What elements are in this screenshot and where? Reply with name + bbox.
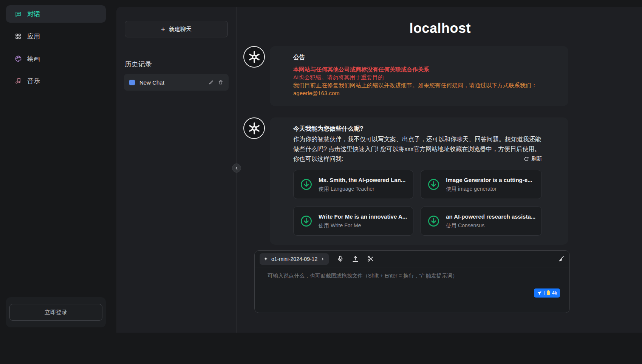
chat-color-icon [129, 80, 135, 85]
microphone-button[interactable] [337, 255, 344, 262]
refresh-icon [524, 156, 529, 162]
suggestion-subtitle: 使用 Consensus [446, 222, 535, 229]
workspace-panel: + 新建聊天 历史记录 New Chat [116, 7, 642, 333]
ask-label: 你也可以这样问我: [293, 154, 343, 164]
refresh-suggestions-button[interactable]: 刷新 [524, 156, 542, 162]
announcement-line: 我们目前正在修复我们网站上的错误并改进细节。如果您有任何疑问，请通过以下方式联系… [293, 81, 542, 89]
clear-context-button[interactable] [557, 255, 565, 262]
delete-chat-button[interactable] [218, 80, 223, 85]
trash-icon [218, 80, 223, 85]
avatar [243, 46, 265, 68]
download-circle-icon [427, 178, 440, 191]
assistant-message: 公告 本网站与任何其他公司或商标没有任何关联或合作关系 AI也会犯错。请勿将其用… [243, 46, 568, 106]
avatar [243, 117, 265, 139]
ask-row: 你也可以这样问我: 刷新 [293, 154, 542, 164]
sparkle-icon [263, 256, 268, 261]
chat-title: localhost [237, 20, 642, 36]
token-battery-icon [547, 291, 550, 295]
welcome-bubble: 今天我能为您做些什么呢? 作为你的智慧伙伴，我不仅可以写文案、出点子，还可以和你… [270, 117, 568, 245]
pencil-icon [209, 80, 214, 85]
music-note-icon [14, 77, 22, 84]
history-title: 历史记录 [125, 60, 228, 69]
scissors-button[interactable] [367, 255, 374, 262]
login-button[interactable]: 立即登录 [9, 304, 102, 321]
chat-item-actions [209, 80, 223, 85]
announcement-title: 公告 [293, 54, 542, 62]
sidebar-item-label: 音乐 [27, 77, 40, 85]
token-count: 4k [552, 290, 557, 296]
suggestion-title: Write For Me is an innovative A... [319, 213, 407, 220]
chat-list-header: + 新建聊天 [116, 7, 236, 49]
model-selector[interactable]: o1-mini-2024-09-12 [260, 253, 329, 265]
composer-toolbar: o1-mini-2024-09-12 [255, 251, 569, 267]
sidebar-item-music[interactable]: 音乐 [6, 72, 106, 89]
openai-logo-icon [248, 122, 261, 135]
sidebar-item-label: 绘画 [27, 54, 40, 63]
suggestion-title: an AI-powered research assista... [446, 213, 535, 220]
chat-list-item[interactable]: New Chat [124, 74, 229, 91]
suggestion-card[interactable]: an AI-powered research assista... 使用 Con… [421, 207, 542, 236]
edit-chat-button[interactable] [209, 80, 214, 85]
suggestion-grid: Ms. Smith, the AI-powered Lan... 使用 Lang… [293, 170, 542, 236]
download-circle-icon [300, 214, 313, 228]
sidebar-item-drawing[interactable]: 绘画 [6, 50, 106, 67]
welcome-body: 作为你的智慧伙伴，我不仅可以写文案、出点子，还可以和你聊天、回答问题。想知道我还… [293, 134, 542, 154]
palette-icon [14, 55, 22, 62]
chat-list-column: + 新建聊天 历史记录 New Chat [116, 7, 237, 333]
sidebar-item-label: 应用 [27, 32, 40, 41]
chevron-left-icon [234, 166, 239, 171]
download-circle-icon [300, 178, 313, 191]
composer: o1-mini-2024-09-12 [254, 250, 570, 313]
suggestion-subtitle: 使用 Language Teacher [319, 186, 405, 193]
openai-logo-icon [248, 50, 261, 64]
contact-email-link[interactable]: ageerle@163.com [293, 90, 340, 96]
new-chat-button[interactable]: + 新建聊天 [125, 21, 228, 37]
announcement-line: AI也会犯错。请勿将其用于重要目的 [293, 73, 542, 81]
collapse-sidebar-button[interactable] [232, 163, 241, 173]
suggestion-title: Image Generator is a cutting-e... [446, 177, 532, 183]
badge-divider [544, 291, 545, 295]
message-input[interactable] [268, 273, 560, 300]
login-panel: 立即登录 [6, 297, 106, 327]
refresh-label: 刷新 [531, 156, 542, 162]
announcement-line: 本网站与任何其他公司或商标没有任何关联或合作关系 [293, 65, 542, 73]
download-circle-icon [427, 214, 440, 228]
send-button[interactable]: 4k [534, 288, 560, 298]
new-chat-label: 新建聊天 [169, 26, 192, 33]
sidebar-item-label: 对话 [27, 10, 40, 19]
announcement-bubble: 公告 本网站与任何其他公司或商标没有任何关联或合作关系 AI也会犯错。请勿将其用… [270, 46, 568, 106]
chevron-right-icon [320, 257, 325, 261]
sidebar-item-chat[interactable]: 对话 [6, 5, 106, 23]
app-root: 对话 应用 绘画 [0, 0, 642, 333]
upload-icon [352, 255, 359, 262]
apps-grid-icon [14, 33, 22, 40]
model-name: o1-mini-2024-09-12 [271, 256, 317, 262]
upload-button[interactable] [352, 255, 359, 262]
plus-icon: + [161, 26, 165, 33]
broom-icon [557, 255, 565, 262]
suggestion-card[interactable]: Ms. Smith, the AI-powered Lan... 使用 Lang… [293, 170, 413, 199]
chat-item-title: New Chat [139, 79, 204, 86]
sidebar: 对话 应用 绘画 [0, 0, 112, 333]
scissors-icon [367, 255, 374, 262]
sidebar-item-apps[interactable]: 应用 [6, 28, 106, 45]
suggestion-subtitle: 使用 image generator [446, 186, 532, 193]
composer-body: 4k [255, 267, 569, 313]
microphone-icon [337, 255, 344, 262]
assistant-message: 今天我能为您做些什么呢? 作为你的智慧伙伴，我不仅可以写文案、出点子，还可以和你… [243, 117, 568, 245]
suggestion-card[interactable]: Write For Me is an innovative A... 使用 Wr… [293, 207, 413, 236]
message-list: 公告 本网站与任何其他公司或商标没有任何关联或合作关系 AI也会犯错。请勿将其用… [237, 36, 642, 245]
suggestion-card[interactable]: Image Generator is a cutting-e... 使用 ima… [421, 170, 542, 199]
suggestion-title: Ms. Smith, the AI-powered Lan... [319, 177, 405, 183]
paper-plane-icon [537, 291, 542, 296]
suggestion-subtitle: 使用 Write For Me [319, 222, 407, 229]
chat-main-column: localhost [237, 7, 642, 333]
chat-bubble-icon [14, 11, 22, 18]
welcome-title: 今天我能为您做些什么呢? [293, 125, 542, 133]
